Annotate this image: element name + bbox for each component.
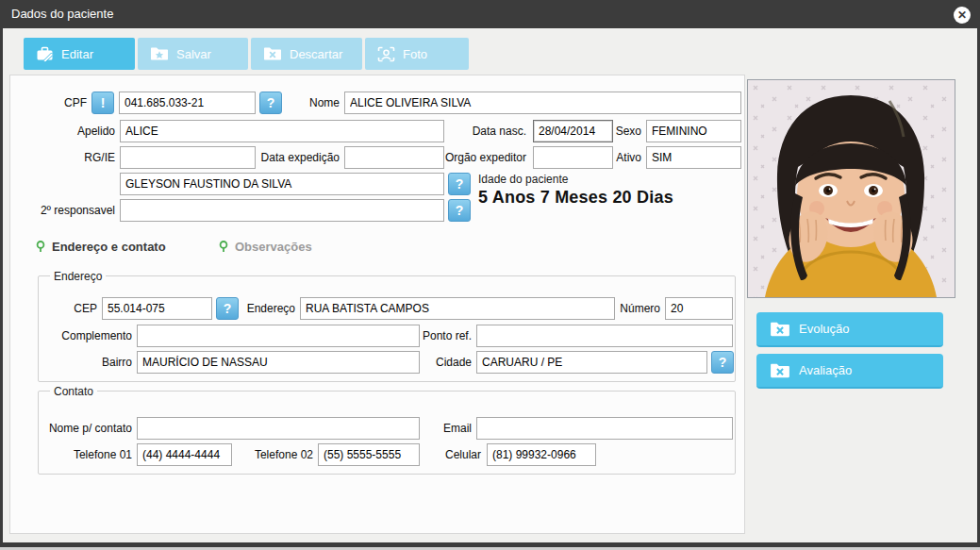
data-nasc-input[interactable] xyxy=(533,120,613,142)
cpf-input[interactable] xyxy=(119,92,256,114)
cidade-label: Cidade xyxy=(429,351,472,374)
evolucao-button-label: Evolução xyxy=(799,322,849,336)
edit-button[interactable]: Editar xyxy=(24,38,135,70)
cep-help-button[interactable]: ? xyxy=(216,297,239,320)
cpf-help-button[interactable]: ? xyxy=(259,92,282,114)
sexo-input[interactable] xyxy=(646,120,741,142)
cep-label: CEP xyxy=(52,297,97,320)
celular-label: Celular xyxy=(439,443,481,466)
data-nasc-label: Data nasc. xyxy=(453,120,526,142)
email-input[interactable] xyxy=(476,417,733,440)
responsavel2-label: 2º responsavel xyxy=(26,199,115,222)
tab-endereco-contato[interactable]: Endereço e contato xyxy=(36,240,166,254)
ativo-input[interactable] xyxy=(646,146,741,169)
save-button-label: Salvar xyxy=(176,47,211,61)
discard-button[interactable]: Descartar xyxy=(251,38,362,70)
dialog-title: Dados do paciente xyxy=(11,0,113,28)
question-icon: ? xyxy=(456,203,464,218)
responsavel1-help-button[interactable]: ? xyxy=(448,173,471,195)
close-button[interactable]: ✕ xyxy=(954,7,971,24)
discard-button-label: Descartar xyxy=(290,47,342,61)
photo-portrait-icon xyxy=(377,46,395,62)
endereco-label: Endereço xyxy=(241,297,295,320)
save-button[interactable]: Salvar xyxy=(138,38,248,70)
endereco-input[interactable] xyxy=(300,297,615,320)
green-pin-icon xyxy=(219,241,228,253)
edit-button-label: Editar xyxy=(61,47,93,61)
green-pin-icon xyxy=(36,241,45,253)
responsavel1-input[interactable] xyxy=(120,173,444,195)
close-icon: ✕ xyxy=(957,8,967,22)
email-label: Email xyxy=(434,417,472,440)
photo-button-label: Foto xyxy=(403,47,427,61)
responsavel2-input[interactable] xyxy=(120,199,444,222)
tab-endereco-contato-label: Endereço e contato xyxy=(52,240,166,254)
apelido-label: Apelido xyxy=(38,120,115,142)
complemento-input[interactable] xyxy=(137,325,420,347)
nome-contato-input[interactable] xyxy=(137,417,420,440)
ativo-label: Ativo xyxy=(608,146,641,169)
nome-label: Nome xyxy=(283,92,340,114)
patient-photo xyxy=(747,79,955,298)
exclamation-icon: ! xyxy=(101,95,106,110)
bairro-label: Bairro xyxy=(94,351,132,374)
numero-input[interactable] xyxy=(665,297,733,320)
avaliacao-folder-x-icon xyxy=(770,362,790,379)
tab-observacoes[interactable]: Observações xyxy=(219,240,312,254)
evolucao-folder-x-icon xyxy=(770,321,790,338)
orgao-expeditor-input[interactable] xyxy=(533,146,613,169)
cidade-input[interactable] xyxy=(476,351,707,374)
idade-label: Idade do paciente xyxy=(478,173,568,186)
telefone2-input[interactable] xyxy=(318,443,420,466)
contato-legend: Contato xyxy=(50,385,97,398)
nome-input[interactable] xyxy=(344,92,741,114)
endereco-legend: Endereço xyxy=(50,270,106,283)
tab-observacoes-label: Observações xyxy=(235,240,312,254)
edit-briefcase-pencil-icon xyxy=(36,46,54,62)
cpf-warning-button[interactable]: ! xyxy=(91,92,114,114)
rg-ie-label: RG/IE xyxy=(38,146,115,169)
title-bar: Dados do paciente ✕ xyxy=(0,0,980,28)
save-folder-star-icon xyxy=(150,46,169,61)
cep-input[interactable] xyxy=(102,297,212,320)
ponto-ref-input[interactable] xyxy=(476,325,733,347)
sexo-label: Sexo xyxy=(608,120,641,142)
bairro-input[interactable] xyxy=(137,351,420,374)
idade-value: 5 Anos 7 Meses 20 Dias xyxy=(478,188,673,208)
telefone2-label: Telefone 02 xyxy=(247,443,313,466)
photo-button[interactable]: Foto xyxy=(365,38,469,70)
avaliacao-button-label: Avaliação xyxy=(799,363,852,377)
question-icon: ? xyxy=(267,95,275,110)
data-expedicao-label: Data expedição xyxy=(236,146,340,169)
cidade-help-button[interactable]: ? xyxy=(711,351,734,374)
celular-input[interactable] xyxy=(487,443,596,466)
cpf-label: CPF xyxy=(38,92,87,114)
telefone1-label: Telefone 01 xyxy=(66,443,132,466)
numero-label: Número xyxy=(618,297,660,320)
ponto-ref-label: Ponto ref. xyxy=(423,325,472,347)
responsavel2-help-button[interactable]: ? xyxy=(448,199,471,222)
nome-contato-label: Nome p/ contato xyxy=(42,417,132,440)
question-icon: ? xyxy=(456,176,464,192)
discard-folder-x-icon xyxy=(263,46,282,61)
telefone1-input[interactable] xyxy=(137,443,232,466)
orgao-expeditor-label: Orgão expeditor xyxy=(424,146,526,169)
complemento-label: Complemento xyxy=(45,325,132,347)
avaliacao-button[interactable]: Avaliação xyxy=(756,354,943,389)
evolucao-button[interactable]: Evolução xyxy=(756,312,943,347)
patient-photo-illustration xyxy=(748,80,955,297)
question-icon: ? xyxy=(719,355,727,370)
question-icon: ? xyxy=(224,301,232,316)
apelido-input[interactable] xyxy=(120,120,444,142)
patient-data-dialog: Dados do paciente ✕ Editar Salvar Descar… xyxy=(0,0,980,550)
